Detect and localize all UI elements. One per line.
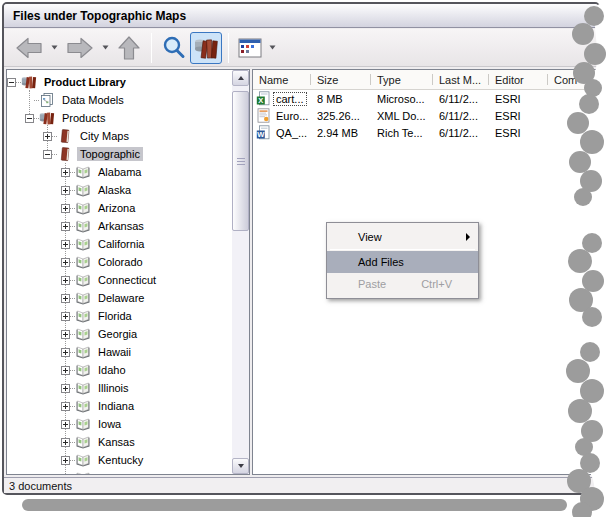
tree-item-label[interactable]: Kentucky bbox=[95, 453, 146, 467]
tree-expander[interactable] bbox=[61, 294, 70, 303]
tree-item-label[interactable]: Product Library bbox=[41, 75, 129, 89]
tree-item-label[interactable]: Kansas bbox=[95, 435, 138, 449]
tree-expander[interactable] bbox=[25, 114, 34, 123]
tree-item-label[interactable]: Indiana bbox=[95, 399, 137, 413]
tree-item-label[interactable]: Iowa bbox=[95, 417, 124, 431]
tree-item[interactable]: Alabama bbox=[7, 163, 232, 181]
tree-item-label[interactable]: City Maps bbox=[77, 129, 132, 143]
tree-expander[interactable] bbox=[61, 240, 70, 249]
view-mode-dropdown[interactable] bbox=[269, 45, 276, 50]
tree-item-label[interactable]: Data Models bbox=[59, 93, 127, 107]
tree-item[interactable]: Delaware bbox=[7, 289, 232, 307]
tree-expander[interactable] bbox=[61, 366, 70, 375]
state-solution-icon bbox=[75, 308, 91, 324]
tree-expander[interactable] bbox=[61, 186, 70, 195]
tree-scrollbar[interactable] bbox=[232, 70, 249, 474]
up-button[interactable] bbox=[113, 32, 145, 64]
tree-item[interactable]: Georgia bbox=[7, 325, 232, 343]
tree-item[interactable]: Hawaii bbox=[7, 343, 232, 361]
tree-item[interactable] bbox=[7, 469, 232, 474]
menu-item-view[interactable]: View bbox=[327, 226, 478, 248]
table-row[interactable]: X cart... 8 MB Microso... 6/11/2... ESRI bbox=[253, 90, 598, 107]
up-arrow-icon bbox=[116, 34, 142, 62]
tree-item-label[interactable]: Topographic bbox=[77, 147, 143, 161]
tree-item[interactable]: Iowa bbox=[7, 415, 232, 433]
tree-item-label[interactable]: Illinois bbox=[95, 381, 132, 395]
tree-item-label[interactable]: Alabama bbox=[95, 165, 144, 179]
tree-expander[interactable] bbox=[61, 420, 70, 429]
tree-item[interactable]: Topographic bbox=[7, 145, 232, 163]
tree-expander[interactable] bbox=[61, 330, 70, 339]
tree-item[interactable]: Products bbox=[7, 109, 232, 127]
tree-item-label[interactable]: Idaho bbox=[95, 363, 129, 377]
product-library-button[interactable] bbox=[190, 32, 222, 64]
tree-item-label[interactable]: Florida bbox=[95, 309, 135, 323]
tree-item[interactable]: Illinois bbox=[7, 379, 232, 397]
tree-item[interactable]: Arizona bbox=[7, 199, 232, 217]
search-button[interactable] bbox=[158, 32, 190, 64]
tree-expander[interactable] bbox=[61, 276, 70, 285]
data-models-icon bbox=[39, 92, 55, 108]
tree-item-label[interactable]: Arizona bbox=[95, 201, 138, 215]
file-modified-cell: 6/11/2... bbox=[433, 127, 489, 139]
column-header-lastm[interactable]: Last M... bbox=[433, 70, 489, 89]
tree-item-label[interactable]: California bbox=[95, 237, 147, 251]
tree-item-label[interactable]: Colorado bbox=[95, 255, 146, 269]
scrollbar-thumb[interactable] bbox=[232, 91, 249, 231]
menu-item-add-files[interactable]: Add Files bbox=[327, 251, 478, 273]
tree-expander[interactable] bbox=[61, 456, 70, 465]
tree-item-label[interactable]: Connecticut bbox=[95, 273, 159, 287]
tree-expander[interactable] bbox=[7, 78, 16, 87]
tree-item[interactable]: Connecticut bbox=[7, 271, 232, 289]
tree-item[interactable]: Kansas bbox=[7, 433, 232, 451]
tree-item[interactable]: City Maps bbox=[7, 127, 232, 145]
toolbar-separator bbox=[151, 33, 152, 63]
submenu-arrow-icon bbox=[466, 233, 470, 241]
tree-expander[interactable] bbox=[61, 438, 70, 447]
tree-item[interactable]: Data Models bbox=[7, 91, 232, 109]
tree-expander[interactable] bbox=[61, 384, 70, 393]
forward-dropdown[interactable] bbox=[102, 45, 109, 50]
table-row[interactable]: W QA_... 2.94 MB Rich Te... 6/11/2... ES… bbox=[253, 124, 598, 141]
tree-item[interactable]: California bbox=[7, 235, 232, 253]
tree-expander[interactable] bbox=[61, 222, 70, 231]
tree-expander[interactable] bbox=[61, 168, 70, 177]
tree-expander[interactable] bbox=[43, 150, 52, 159]
tree-item[interactable]: Idaho bbox=[7, 361, 232, 379]
tree-item-label[interactable]: Delaware bbox=[95, 291, 147, 305]
tree-expander[interactable] bbox=[43, 132, 52, 141]
tree-item[interactable]: Product Library bbox=[7, 73, 232, 91]
column-header-name[interactable]: Name bbox=[253, 70, 311, 89]
window-titlebar[interactable]: Files under Topographic Maps bbox=[4, 4, 598, 28]
tree-item-label[interactable]: Products bbox=[59, 111, 108, 125]
column-header-com[interactable]: Com bbox=[548, 70, 598, 89]
column-header-size[interactable]: Size bbox=[311, 70, 371, 89]
column-header-editor[interactable]: Editor bbox=[489, 70, 548, 89]
tree-item-label[interactable]: Alaska bbox=[95, 183, 134, 197]
tree-item[interactable]: Arkansas bbox=[7, 217, 232, 235]
tree-expander[interactable] bbox=[61, 402, 70, 411]
tree-expander[interactable] bbox=[61, 474, 70, 475]
tree-expander[interactable] bbox=[61, 258, 70, 267]
tree-expander[interactable] bbox=[61, 204, 70, 213]
tree-expander[interactable] bbox=[61, 312, 70, 321]
forward-button[interactable] bbox=[62, 32, 98, 64]
table-row[interactable]: Euro... 325.26... XML Do... 6/11/2... ES… bbox=[253, 107, 598, 124]
scrollbar-up-button[interactable] bbox=[232, 70, 249, 86]
tree-item[interactable]: Alaska bbox=[7, 181, 232, 199]
tree-item[interactable]: Indiana bbox=[7, 397, 232, 415]
screen: Files under Topographic Maps bbox=[0, 0, 613, 517]
back-button[interactable] bbox=[11, 32, 47, 64]
tree-item-label[interactable]: Georgia bbox=[95, 327, 140, 341]
view-mode-button[interactable] bbox=[235, 32, 265, 64]
tree-item[interactable]: Kentucky bbox=[7, 451, 232, 469]
scrollbar-down-button[interactable] bbox=[232, 458, 249, 474]
tree-item[interactable]: Colorado bbox=[7, 253, 232, 271]
tree-item[interactable]: Florida bbox=[7, 307, 232, 325]
column-header-type[interactable]: Type bbox=[371, 70, 433, 89]
state-solution-icon bbox=[75, 254, 91, 270]
back-dropdown[interactable] bbox=[51, 45, 58, 50]
tree-expander[interactable] bbox=[61, 348, 70, 357]
tree-item-label[interactable]: Hawaii bbox=[95, 345, 134, 359]
tree-item-label[interactable]: Arkansas bbox=[95, 219, 147, 233]
